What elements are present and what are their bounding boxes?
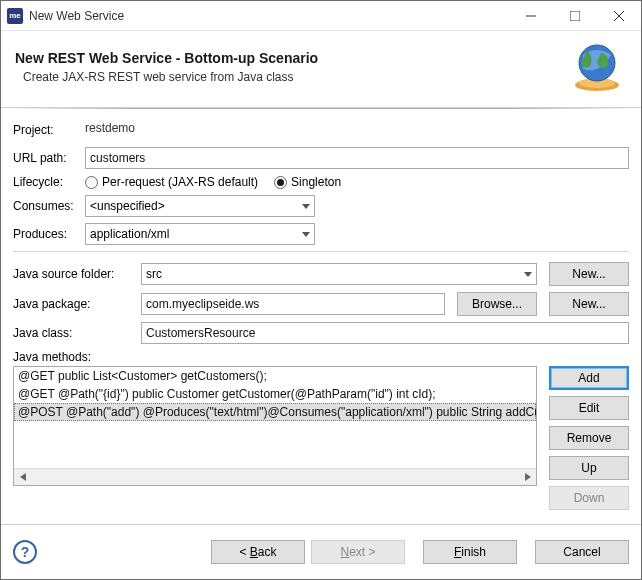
produces-select[interactable]: application/xml — [85, 223, 315, 245]
down-method-button: Down — [549, 486, 629, 510]
svg-marker-9 — [525, 473, 531, 481]
urlpath-label: URL path: — [13, 151, 85, 165]
project-label: Project: — [13, 123, 85, 137]
title-bar: me New Web Service — [1, 1, 641, 31]
up-method-button[interactable]: Up — [549, 456, 629, 480]
scroll-left-icon[interactable] — [14, 469, 31, 486]
source-folder-label: Java source folder: — [13, 267, 141, 281]
package-input[interactable] — [141, 293, 445, 315]
svg-rect-1 — [570, 11, 580, 21]
back-button[interactable]: < Back — [211, 540, 305, 564]
cancel-button[interactable]: Cancel — [535, 540, 629, 564]
lifecycle-singleton-label: Singleton — [291, 175, 341, 189]
source-folder-select[interactable]: src — [141, 263, 537, 285]
banner-globe-icon — [567, 41, 627, 93]
add-method-button[interactable]: Add — [549, 366, 629, 390]
source-folder-value: src — [146, 267, 162, 281]
chevron-down-icon — [524, 272, 532, 277]
chevron-down-icon — [302, 232, 310, 237]
consumes-value: <unspecified> — [90, 199, 165, 213]
lifecycle-singleton-radio[interactable]: Singleton — [274, 175, 341, 189]
class-label: Java class: — [13, 326, 141, 340]
form-area: Project: restdemo URL path: Lifecycle: P… — [1, 109, 641, 520]
lifecycle-per-request-radio[interactable]: Per-request (JAX-RS default) — [85, 175, 258, 189]
svg-marker-8 — [20, 473, 26, 481]
window-title: New Web Service — [29, 9, 124, 23]
help-icon[interactable]: ? — [13, 540, 37, 564]
produces-value: application/xml — [90, 227, 169, 241]
lifecycle-per-request-label: Per-request (JAX-RS default) — [102, 175, 258, 189]
banner-title: New REST Web Service - Bottom-up Scenari… — [15, 50, 567, 66]
package-browse-button[interactable]: Browse... — [457, 292, 537, 316]
lifecycle-label: Lifecycle: — [13, 175, 85, 189]
remove-method-button[interactable]: Remove — [549, 426, 629, 450]
urlpath-input[interactable] — [85, 147, 629, 169]
horizontal-scrollbar[interactable] — [14, 468, 536, 485]
methods-list[interactable]: @GET public List<Customer> getCustomers(… — [13, 366, 537, 486]
finish-button[interactable]: Finish — [423, 540, 517, 564]
scroll-right-icon[interactable] — [519, 469, 536, 486]
consumes-label: Consumes: — [13, 199, 85, 213]
app-icon: me — [7, 8, 23, 24]
method-item[interactable]: @GET public List<Customer> getCustomers(… — [14, 367, 536, 385]
chevron-down-icon — [302, 204, 310, 209]
method-item[interactable]: @GET @Path("{id}") public Customer getCu… — [14, 385, 536, 403]
consumes-select[interactable]: <unspecified> — [85, 195, 315, 217]
produces-label: Produces: — [13, 227, 85, 241]
methods-label: Java methods: — [13, 350, 141, 364]
source-folder-new-button[interactable]: New... — [549, 262, 629, 286]
project-value: restdemo — [85, 119, 629, 141]
radio-unchecked-icon — [85, 176, 98, 189]
next-button: Next > — [311, 540, 405, 564]
radio-checked-icon — [274, 176, 287, 189]
package-label: Java package: — [13, 297, 141, 311]
package-new-button[interactable]: New... — [549, 292, 629, 316]
wizard-footer: ? < Back Next > Finish Cancel — [1, 525, 641, 579]
edit-method-button[interactable]: Edit — [549, 396, 629, 420]
wizard-banner: New REST Web Service - Bottom-up Scenari… — [1, 31, 641, 108]
method-item[interactable]: @POST @Path("add") @Produces("text/html"… — [14, 403, 536, 421]
banner-description: Create JAX-RS REST web service from Java… — [15, 70, 567, 84]
class-input[interactable] — [141, 322, 629, 344]
close-button[interactable] — [597, 1, 641, 31]
divider — [13, 251, 629, 252]
maximize-button[interactable] — [553, 1, 597, 31]
minimize-button[interactable] — [509, 1, 553, 31]
